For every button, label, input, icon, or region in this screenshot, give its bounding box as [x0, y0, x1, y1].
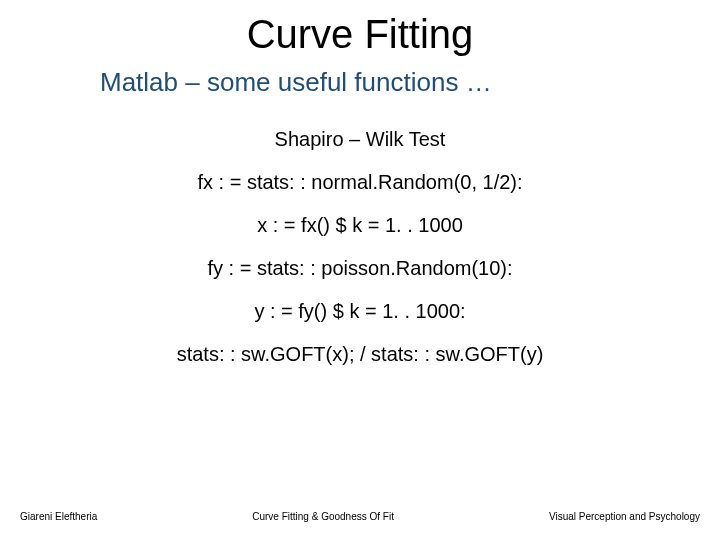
body-line: Shapiro – Wilk Test — [0, 128, 720, 151]
slide-subtitle: Matlab – some useful functions … — [0, 67, 720, 128]
footer-author: Giareni Eleftheria — [20, 511, 97, 522]
slide-title: Curve Fitting — [0, 0, 720, 67]
slide-body: Shapiro – Wilk Test fx : = stats: : norm… — [0, 128, 720, 366]
body-line: y : = fy() $ k = 1. . 1000: — [0, 300, 720, 323]
footer-topic: Curve Fitting & Goodness Of Fit — [252, 511, 394, 522]
body-line: fy : = stats: : poisson.Random(10): — [0, 257, 720, 280]
body-line: stats: : sw.GOFT(x); / stats: : sw.GOFT(… — [0, 343, 720, 366]
footer-course: Visual Perception and Psychology — [549, 511, 700, 522]
slide-footer: Giareni Eleftheria Curve Fitting & Goodn… — [0, 511, 720, 522]
body-line: x : = fx() $ k = 1. . 1000 — [0, 214, 720, 237]
body-line: fx : = stats: : normal.Random(0, 1/2): — [0, 171, 720, 194]
